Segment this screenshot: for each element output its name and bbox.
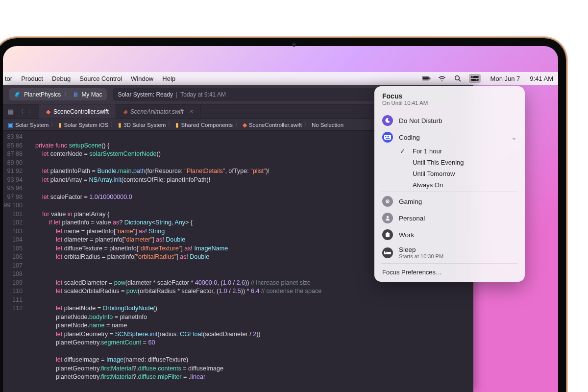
svg-point-21	[386, 251, 387, 253]
svg-rect-13	[386, 138, 390, 139]
menu-item-product[interactable]: Product	[21, 75, 43, 82]
svg-rect-12	[388, 136, 389, 137]
crumb[interactable]: Solar System iOS	[64, 122, 108, 128]
focus-sub-label: For 1 hour	[413, 147, 442, 155]
menu-item-source-control[interactable]: Source Control	[79, 75, 122, 82]
chevron-down-icon[interactable]: ⌄	[511, 133, 517, 141]
menu-item-debug[interactable]: Debug	[52, 75, 71, 82]
focus-subtitle: On Until 10:41 AM	[382, 100, 517, 106]
swift-file-icon: ◆	[243, 122, 247, 128]
focus-item-label: Coding	[399, 134, 505, 141]
svg-rect-11	[387, 136, 388, 137]
briefcase-icon: 🧳	[14, 91, 21, 98]
crumb[interactable]: SceneController.swift	[249, 122, 302, 128]
close-icon[interactable]: ✕	[189, 108, 193, 115]
focus-item-label: Work	[399, 231, 517, 239]
menu-bar: tor Product Debug Source Control Window …	[3, 72, 558, 85]
svg-rect-18	[387, 232, 389, 233]
folder-icon: ▮	[175, 122, 179, 128]
moon-icon	[382, 115, 393, 126]
menu-items: tor Product Debug Source Control Window …	[5, 75, 175, 82]
focus-coding-opt-tomorrow[interactable]: Until Tomorrow	[374, 168, 525, 179]
focus-item-label: Personal	[399, 215, 517, 222]
focus-popover: Focus On Until 10:41 AM Do Not Disturb C…	[374, 86, 525, 282]
forward-button[interactable]: 〉	[28, 107, 34, 116]
hammer-icon: 🖥	[73, 91, 78, 98]
swift-file-icon: ◆	[123, 108, 127, 115]
focus-gaming[interactable]: Gaming	[374, 193, 525, 210]
focus-coding-opt-evening[interactable]: Until This Evening	[374, 157, 525, 168]
svg-rect-7	[471, 79, 479, 81]
badge-icon	[382, 229, 393, 240]
focus-preferences[interactable]: Focus Preferences…	[374, 265, 525, 279]
focus-sub-label: Always On	[413, 181, 443, 189]
app-icon: ▣	[8, 122, 13, 128]
focus-item-label: Gaming	[399, 198, 517, 205]
focus-coding-opt-always[interactable]: Always On	[374, 179, 525, 191]
svg-point-8	[476, 79, 477, 80]
wifi-icon[interactable]	[438, 74, 446, 83]
swift-file-icon: ◆	[46, 108, 50, 115]
focus-coding-opt-1hour[interactable]: ✓ For 1 hour	[374, 146, 525, 157]
status-right: Today at 9:41 AM	[180, 91, 226, 98]
spotlight-icon[interactable]	[453, 74, 462, 83]
back-button[interactable]: 〈	[18, 107, 24, 116]
menu-date[interactable]: Mon Jun 7	[490, 75, 520, 82]
tab-label: SceneController.swift	[53, 108, 109, 115]
checkmark-icon: ✓	[400, 147, 407, 155]
menu-item-window[interactable]: Window	[131, 75, 153, 82]
folder-icon: ▮	[58, 122, 62, 128]
scheme-device: My Mac	[81, 91, 102, 98]
svg-rect-10	[385, 136, 386, 137]
svg-rect-22	[387, 252, 391, 253]
svg-line-4	[459, 80, 461, 82]
activity-status: Solar System: Ready | Today at 9:41 AM	[113, 88, 377, 101]
svg-rect-2	[430, 77, 430, 79]
focus-item-label: Do Not Disturb	[399, 117, 517, 124]
crumb[interactable]: Shared Components	[181, 122, 232, 128]
focus-sub-label: Until This Evening	[413, 159, 464, 166]
menu-time[interactable]: 9:41 AM	[530, 75, 553, 82]
scheme-project: PlanetPhysics	[24, 91, 61, 98]
crumb[interactable]: Solar System	[15, 122, 49, 128]
svg-point-15	[387, 201, 388, 202]
battery-icon[interactable]	[422, 74, 431, 83]
svg-point-16	[387, 216, 389, 218]
scheme-selector[interactable]: 🧳 PlanetPhysics 〉 🖥 My Mac	[9, 88, 107, 100]
folder-icon: ▮	[118, 122, 122, 128]
svg-rect-17	[386, 233, 390, 237]
focus-work[interactable]: Work	[374, 226, 525, 243]
svg-rect-20	[384, 251, 385, 254]
svg-point-3	[455, 76, 459, 80]
crumb[interactable]: 3D Solar System	[123, 122, 166, 128]
focus-sleep[interactable]: Sleep Starts at 10:30 PM	[374, 243, 525, 262]
focus-dnd[interactable]: Do Not Disturb	[374, 112, 525, 129]
control-center-icon[interactable]	[469, 74, 481, 83]
person-icon	[382, 213, 393, 223]
tab-sceneanimator[interactable]: ◆ SceneAnimator.swift ✕	[116, 104, 200, 119]
status-left: Solar System: Ready	[118, 91, 173, 98]
svg-rect-1	[422, 77, 428, 80]
focus-sub-label: Until Tomorrow	[413, 170, 455, 177]
tab-label: SceneAnimator.swift	[130, 108, 184, 115]
menu-item-help[interactable]: Help	[162, 75, 175, 82]
line-gutter: 83 84 85 86 87 88 89 90 91 92 93 94 95 9…	[3, 131, 26, 392]
focus-item-sublabel: Starts at 10:30 PM	[399, 253, 517, 259]
crumb[interactable]: No Selection	[312, 122, 343, 128]
gear-icon	[382, 196, 393, 207]
focus-personal[interactable]: Personal	[374, 210, 525, 226]
camera-dot	[292, 43, 296, 47]
related-items-icon[interactable]: ▤	[8, 108, 14, 115]
menu-item-truncated[interactable]: tor	[5, 75, 12, 82]
svg-point-6	[472, 76, 473, 77]
laptop-bezel: tor Product Debug Source Control Window …	[0, 38, 566, 392]
svg-rect-9	[384, 135, 391, 140]
focus-item-label: Sleep	[399, 246, 517, 253]
svg-rect-5	[471, 76, 479, 78]
tab-scenecontroller[interactable]: ◆ SceneController.swift	[39, 104, 116, 119]
focus-coding[interactable]: Coding ⌄	[374, 129, 525, 146]
focus-title: Focus	[382, 92, 517, 100]
keyboard-icon	[382, 132, 393, 143]
bed-icon	[382, 247, 393, 258]
